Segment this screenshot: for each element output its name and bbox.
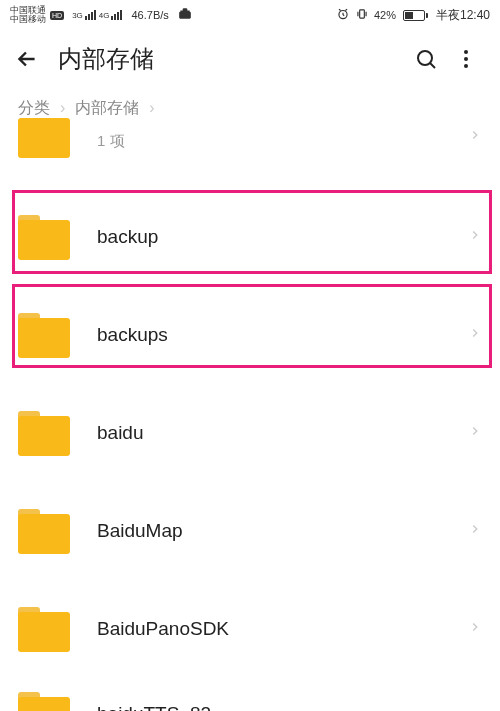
folder-icon (18, 607, 73, 652)
chevron-right-icon (468, 128, 482, 146)
search-button[interactable] (406, 47, 446, 71)
page-title: 内部存储 (58, 43, 406, 75)
carrier-2: 中国移动 (10, 15, 46, 24)
search-icon (414, 47, 438, 71)
item-name: BaiduMap (97, 520, 468, 542)
item-name: backup (97, 226, 468, 248)
folder-list: 1 项 backup backups baidu BaiduMap BaiduP… (0, 128, 500, 711)
breadcrumb: 分类 › 内部存储 › (0, 88, 500, 128)
svg-point-5 (464, 64, 468, 68)
folder-icon (18, 692, 73, 712)
chevron-right-icon (468, 424, 482, 442)
folder-icon (18, 509, 73, 554)
app-header: 内部存储 (0, 30, 500, 88)
breadcrumb-item[interactable]: 分类 (18, 98, 50, 119)
net-speed: 46.7B/s (131, 9, 168, 21)
chevron-right-icon: › (60, 99, 65, 117)
breadcrumb-item[interactable]: 内部存储 (75, 98, 139, 119)
folder-icon (18, 215, 73, 260)
chevron-right-icon (468, 522, 482, 540)
vibrate-icon (355, 7, 369, 23)
chevron-right-icon (468, 326, 482, 344)
list-item[interactable]: baiduTTS_82 (0, 678, 500, 711)
item-name: backups (97, 324, 468, 346)
list-item[interactable]: 1 项 (0, 128, 500, 188)
item-name: baiduTTS_82 (97, 703, 482, 711)
net-2: 4G (99, 11, 110, 20)
net-1: 3G (72, 11, 83, 20)
svg-point-3 (464, 50, 468, 54)
list-item[interactable]: baidu (0, 384, 500, 482)
hd-badge-icon: HD (50, 11, 64, 20)
signal-group: 3G 4G (71, 10, 122, 20)
list-item[interactable]: BaiduMap (0, 482, 500, 580)
alarm-icon (336, 7, 350, 23)
chevron-right-icon (468, 620, 482, 638)
list-item[interactable]: BaiduPanoSDK (0, 580, 500, 678)
folder-icon (18, 411, 73, 456)
signal-bars-icon (85, 10, 96, 20)
svg-point-4 (464, 57, 468, 61)
briefcase-icon (178, 7, 192, 24)
item-subtitle: 1 项 (97, 132, 468, 151)
signal-bars-icon (111, 10, 122, 20)
battery-percent: 42% (374, 9, 396, 21)
chevron-right-icon (468, 228, 482, 246)
list-item[interactable]: backups (0, 286, 500, 384)
folder-icon (18, 313, 73, 358)
chevron-right-icon: › (149, 99, 154, 117)
item-name: baidu (97, 422, 468, 444)
list-item[interactable]: backup (0, 188, 500, 286)
status-left: 中国联通 中国移动 HD 3G 4G 46.7B/s (10, 6, 192, 24)
status-right: 42% 半夜12:40 (336, 7, 490, 24)
svg-point-2 (418, 51, 432, 65)
svg-rect-1 (360, 10, 365, 18)
arrow-left-icon (14, 46, 40, 72)
item-name: BaiduPanoSDK (97, 618, 468, 640)
back-button[interactable] (14, 46, 44, 72)
more-button[interactable] (446, 47, 486, 71)
status-bar: 中国联通 中国移动 HD 3G 4G 46.7B/s 42% 半夜12:40 (0, 0, 500, 30)
more-vertical-icon (454, 47, 478, 71)
clock-text: 半夜12:40 (436, 7, 490, 24)
carrier-labels: 中国联通 中国移动 (10, 6, 46, 24)
folder-icon (18, 123, 73, 158)
battery-icon (401, 10, 428, 21)
